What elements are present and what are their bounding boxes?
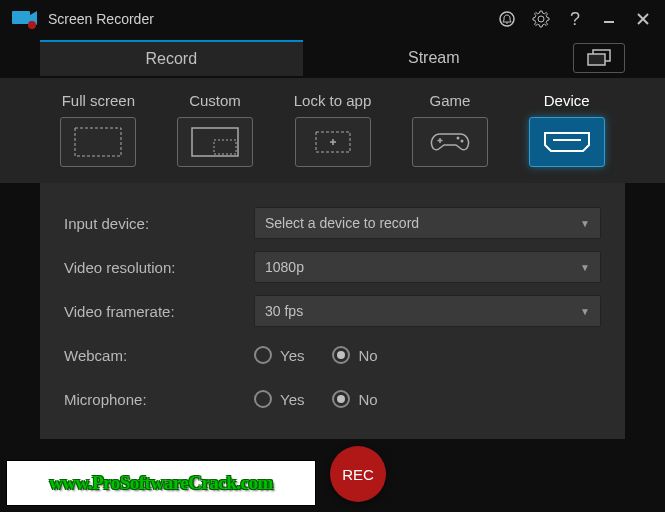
app-title: Screen Recorder [48,11,497,27]
titlebar: Screen Recorder ? [0,0,665,38]
mode-game[interactable]: Game [412,92,488,167]
bottom-bar: www.ProSoftwareCrack.com REC [0,440,665,512]
mode-fullscreen[interactable]: Full screen [60,92,136,167]
svg-rect-9 [75,128,121,156]
mode-label: Full screen [62,92,135,109]
svg-point-17 [456,137,459,140]
radio-icon [254,390,272,408]
radio-icon [332,390,350,408]
radio-label: No [358,391,377,408]
framerate-select[interactable]: 30 fps [254,295,601,327]
mode-locktoapp[interactable]: Lock to app [294,92,372,167]
microphone-label: Microphone: [64,391,254,408]
tab-record[interactable]: Record [40,40,303,76]
svg-point-2 [500,12,514,26]
webcam-no-radio[interactable]: No [332,346,377,364]
svg-point-3 [538,16,544,22]
svg-rect-0 [12,11,30,24]
resolution-label: Video resolution: [64,259,254,276]
input-device-label: Input device: [64,215,254,232]
settings-gear-icon[interactable] [531,9,551,29]
capture-modes: Full screen Custom Lock to app Game Devi… [0,78,665,183]
mode-label: Lock to app [294,92,372,109]
mode-label: Custom [189,92,241,109]
close-button[interactable] [633,9,653,29]
microphone-yes-radio[interactable]: Yes [254,390,304,408]
help-icon[interactable]: ? [565,9,585,29]
record-button[interactable]: REC [330,446,386,502]
device-hdmi-icon [529,117,605,167]
svg-rect-11 [214,140,236,154]
watermark-banner: www.ProSoftwareCrack.com [6,460,316,506]
main-tabs: Record Stream [0,38,665,78]
microphone-no-radio[interactable]: No [332,390,377,408]
settings-panel: Input device: Select a device to record … [40,183,625,439]
lock-to-app-icon [295,117,371,167]
custom-region-icon [177,117,253,167]
mode-device[interactable]: Device [529,92,605,167]
app-logo-icon [12,9,38,29]
webcam-label: Webcam: [64,347,254,364]
webcam-yes-radio[interactable]: Yes [254,346,304,364]
radio-icon [254,346,272,364]
multi-window-button[interactable] [573,43,625,73]
fullscreen-icon [60,117,136,167]
tab-stream[interactable]: Stream [303,41,566,75]
radio-label: No [358,347,377,364]
svg-rect-8 [588,54,605,65]
radio-label: Yes [280,347,304,364]
radio-label: Yes [280,391,304,408]
svg-point-1 [28,21,36,29]
gamepad-icon [412,117,488,167]
input-device-select[interactable]: Select a device to record [254,207,601,239]
svg-rect-10 [192,128,238,156]
minimize-button[interactable] [599,9,619,29]
svg-point-18 [460,140,463,143]
framerate-label: Video framerate: [64,303,254,320]
mode-custom[interactable]: Custom [177,92,253,167]
mode-label: Game [430,92,471,109]
watermark-text: www.ProSoftwareCrack.com [49,472,273,494]
radio-icon [332,346,350,364]
mode-label: Device [544,92,590,109]
notifications-icon[interactable] [497,9,517,29]
resolution-select[interactable]: 1080p [254,251,601,283]
